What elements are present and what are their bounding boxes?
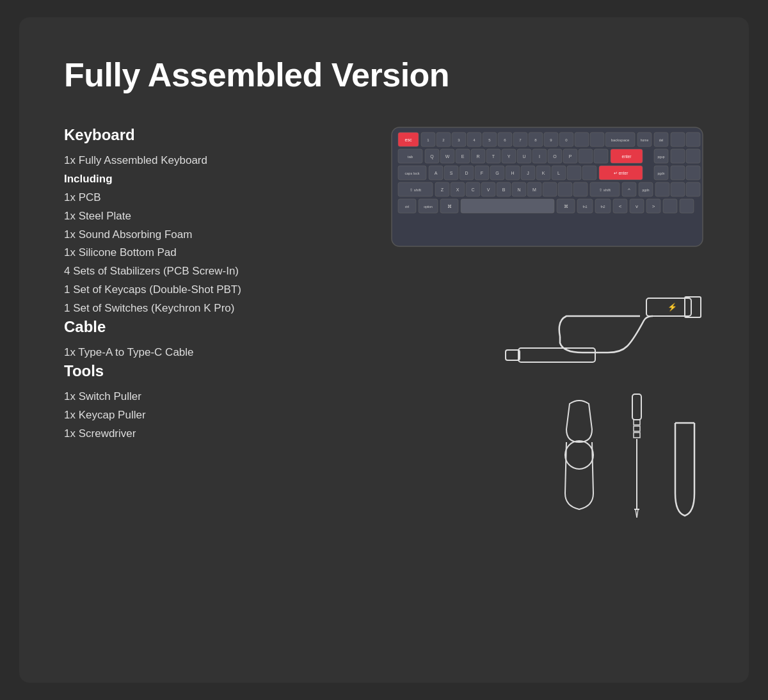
svg-rect-84 bbox=[582, 166, 596, 180]
svg-text:S: S bbox=[450, 171, 453, 175]
svg-text:B: B bbox=[502, 187, 506, 192]
svg-rect-118 bbox=[686, 182, 700, 196]
svg-rect-116 bbox=[655, 182, 669, 196]
svg-text:L: L bbox=[557, 171, 560, 175]
keyboard-item-pcb: 1x PCB bbox=[64, 189, 352, 207]
svg-text:⚡: ⚡ bbox=[668, 302, 677, 312]
svg-rect-31 bbox=[671, 132, 685, 147]
screwdriver-icon bbox=[627, 391, 646, 519]
svg-rect-143 bbox=[518, 348, 595, 362]
svg-text:N: N bbox=[517, 187, 520, 192]
svg-text:pgup: pgup bbox=[657, 155, 664, 159]
svg-text:pgdn: pgdn bbox=[642, 188, 649, 192]
svg-text:fn1: fn1 bbox=[583, 205, 588, 209]
svg-text:⇧ shift: ⇧ shift bbox=[599, 188, 611, 192]
svg-text:^: ^ bbox=[628, 187, 630, 193]
svg-text:J: J bbox=[527, 171, 529, 175]
svg-text:K: K bbox=[542, 171, 545, 175]
svg-text:caps lock: caps lock bbox=[405, 171, 420, 175]
svg-text:A: A bbox=[435, 171, 438, 175]
keyboard-illustration: esc 1 2 3 4 5 6 7 8 bbox=[390, 126, 704, 250]
svg-rect-147 bbox=[634, 420, 640, 425]
svg-rect-24 bbox=[590, 132, 604, 147]
svg-rect-89 bbox=[671, 166, 685, 180]
svg-text:↵ enter: ↵ enter bbox=[614, 171, 628, 175]
svg-text:backspace: backspace bbox=[611, 138, 630, 142]
tools-illustration bbox=[390, 391, 704, 519]
svg-rect-142 bbox=[685, 297, 701, 317]
svg-text:Q: Q bbox=[430, 154, 434, 159]
svg-rect-138 bbox=[663, 199, 677, 213]
svg-text:⇧ shift: ⇧ shift bbox=[410, 188, 421, 192]
svg-text:D: D bbox=[465, 171, 468, 175]
svg-text:U: U bbox=[522, 154, 525, 159]
keyboard-item-switches: 1 Set of Switches (Keychron K Pro) bbox=[64, 299, 352, 318]
svg-text:X: X bbox=[456, 187, 460, 192]
svg-text:M: M bbox=[532, 187, 536, 192]
keyboard-item-steel: 1x Steel Plate bbox=[64, 207, 352, 226]
content-grid: Keyboard 1x Fully Assembled Keyboard Inc… bbox=[64, 126, 704, 519]
keycap-puller-icon bbox=[550, 391, 608, 519]
svg-text:G: G bbox=[495, 171, 499, 175]
svg-rect-83 bbox=[567, 166, 581, 180]
svg-text:v: v bbox=[636, 203, 638, 209]
svg-rect-55 bbox=[579, 149, 593, 163]
svg-rect-32 bbox=[686, 132, 700, 147]
svg-rect-23 bbox=[575, 132, 589, 147]
svg-line-153 bbox=[637, 509, 638, 518]
svg-rect-125 bbox=[461, 199, 554, 213]
svg-text:⌘: ⌘ bbox=[564, 204, 568, 209]
svg-text:T: T bbox=[492, 154, 495, 159]
svg-rect-109 bbox=[573, 182, 588, 196]
tools-heading: Tools bbox=[64, 362, 352, 380]
svg-rect-56 bbox=[594, 149, 608, 163]
keyboard-item-keycaps: 1 Set of Keycaps (Double-Shot PBT) bbox=[64, 281, 352, 299]
svg-text:option: option bbox=[424, 205, 433, 209]
svg-rect-90 bbox=[686, 166, 700, 180]
svg-text:Y: Y bbox=[508, 154, 511, 159]
keyboard-heading: Keyboard bbox=[64, 126, 352, 144]
svg-rect-139 bbox=[680, 199, 694, 213]
cable-illustration: ⚡ bbox=[390, 289, 704, 365]
svg-rect-148 bbox=[634, 426, 640, 431]
svg-rect-61 bbox=[671, 149, 685, 163]
svg-rect-108 bbox=[558, 182, 572, 196]
svg-rect-117 bbox=[671, 182, 685, 196]
page-title: Fully Assembled Version bbox=[64, 56, 704, 94]
tools-item-0: 1x Switch Puller bbox=[64, 388, 352, 406]
keyboard-item-0: 1x Fully Assembled Keyboard bbox=[64, 152, 352, 170]
svg-text:tab: tab bbox=[408, 155, 413, 159]
keyboard-svg-icon: esc 1 2 3 4 5 6 7 8 bbox=[390, 126, 704, 248]
svg-rect-107 bbox=[543, 182, 557, 196]
cable-heading: Cable bbox=[64, 318, 352, 336]
svg-text:H: H bbox=[511, 171, 514, 175]
cable-section: Cable 1x Type-A to Type-C Cable bbox=[64, 318, 352, 362]
cable-svg-icon: ⚡ bbox=[486, 289, 704, 365]
cable-item-0: 1x Type-A to Type-C Cable bbox=[64, 344, 352, 362]
svg-text:<: < bbox=[619, 203, 622, 209]
svg-text:Z: Z bbox=[441, 187, 444, 192]
svg-text:W: W bbox=[445, 154, 450, 159]
svg-text:I: I bbox=[539, 154, 540, 159]
tools-item-1: 1x Keycap Puller bbox=[64, 406, 352, 425]
svg-text:home: home bbox=[641, 138, 649, 142]
svg-rect-144 bbox=[506, 350, 520, 360]
tools-section: Tools 1x Switch Puller 1x Keycap Puller … bbox=[64, 362, 352, 443]
main-card: Fully Assembled Version Keyboard 1x Full… bbox=[19, 17, 749, 683]
switch-puller-icon bbox=[666, 417, 704, 519]
svg-text:fn2: fn2 bbox=[601, 205, 605, 209]
keyboard-item-stabs: 4 Sets of Stabilizers (PCB Screw-In) bbox=[64, 262, 352, 281]
svg-text:R: R bbox=[476, 154, 479, 159]
svg-text:F: F bbox=[481, 171, 483, 175]
svg-text:enter: enter bbox=[622, 154, 632, 159]
svg-text:O: O bbox=[553, 154, 557, 159]
svg-text:pgdn: pgdn bbox=[657, 171, 664, 175]
svg-point-145 bbox=[565, 441, 593, 469]
keyboard-item-foam: 1x Sound Absorbing Foam bbox=[64, 226, 352, 244]
right-column: esc 1 2 3 4 5 6 7 8 bbox=[378, 126, 704, 519]
svg-text:V: V bbox=[487, 187, 490, 192]
svg-text:esc: esc bbox=[405, 138, 412, 142]
tools-item-2: 1x Screwdriver bbox=[64, 425, 352, 443]
svg-text:>: > bbox=[652, 203, 655, 209]
svg-rect-146 bbox=[632, 394, 641, 420]
